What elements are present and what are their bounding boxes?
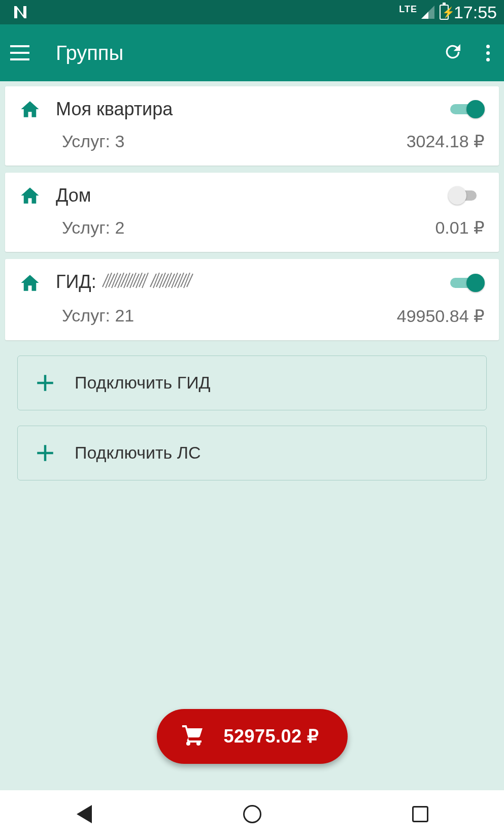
menu-icon[interactable] [10,45,31,60]
group-amount: 49950.84 ₽ [397,306,485,326]
connect-ls-label: Подключить ЛС [75,443,201,463]
group-toggle[interactable] [448,274,485,292]
status-bar: LTE ⚡ 17:55 [0,0,504,24]
system-nav-bar [0,790,504,838]
group-card[interactable]: ГИД: Услуг: 21 49950.84 ₽ [5,259,499,340]
connect-gid-button[interactable]: Подключить ГИД [17,356,487,410]
clock-time: 17:55 [454,3,497,22]
group-title: Дом [56,185,433,206]
page-title: Группы [56,42,443,65]
group-title: ГИД: [56,271,433,295]
cart-total: 52975.02 ₽ [223,726,319,747]
group-amount: 0.01 ₽ [435,217,485,238]
redacted-id-icon [102,272,198,295]
plus-icon [36,444,54,462]
group-services-count: Услуг: 21 [62,306,134,326]
home-icon [19,99,41,120]
connect-ls-button[interactable]: Подключить ЛС [17,426,487,480]
more-options-button[interactable] [482,41,494,66]
refresh-button[interactable] [443,42,463,64]
home-icon [19,272,41,294]
group-title: Моя квартира [56,99,433,120]
cart-icon [181,723,205,750]
group-toggle[interactable] [448,186,485,205]
group-amount: 3024.18 ₽ [407,131,485,151]
group-card[interactable]: Моя квартира Услуг: 3 3024.18 ₽ [5,86,499,166]
group-title-prefix: ГИД: [56,271,96,292]
group-services-count: Услуг: 2 [62,218,124,238]
nav-home-button[interactable] [241,802,264,826]
cart-fab[interactable]: 52975.02 ₽ [156,709,347,764]
content-area: Моя квартира Услуг: 3 3024.18 ₽ Дом Услу… [0,81,504,790]
plus-icon [36,374,54,392]
nav-recent-button[interactable] [409,802,432,826]
nav-back-button[interactable] [73,802,96,826]
group-services-count: Услуг: 3 [62,132,124,151]
signal-icon [421,6,434,19]
group-card[interactable]: Дом Услуг: 2 0.01 ₽ [5,173,499,252]
refresh-icon [443,42,463,62]
android-n-icon [11,3,29,21]
network-lte-label: LTE [399,4,417,15]
battery-charging-icon: ⚡ [440,5,449,20]
connect-gid-label: Подключить ГИД [75,373,211,393]
home-icon [19,185,41,206]
app-bar: Группы [0,24,504,81]
group-toggle[interactable] [448,100,485,118]
